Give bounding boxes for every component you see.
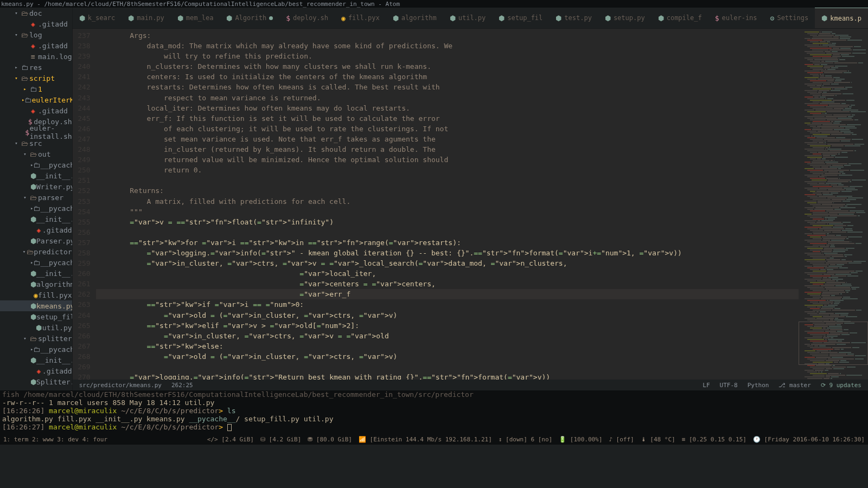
tab-compile-f[interactable]: ⬢compile_f <box>652 8 709 28</box>
py-icon: ⬢ <box>79 14 85 22</box>
tab-Algorith[interactable]: ⬢Algorith <box>220 8 279 28</box>
tree-item-Parser-py[interactable]: ⬢Parser.py <box>0 235 72 246</box>
statusbar-widget: 🌡 [48 °C] <box>641 436 675 443</box>
tree-item-eulerIterKmean-15-2[interactable]: ▸🗀eulerIterKmean_15_2 <box>0 94 72 105</box>
code-editor[interactable]: Args: data_mod: The matrix which may alr… <box>96 29 799 380</box>
statusbar-widget: ⛃ [80.0 GiB] <box>308 436 352 443</box>
tab-bar[interactable]: ⬢k_searc⬢main.py⬢mem_lea⬢Algorith$deploy… <box>73 8 868 29</box>
terminal-cursor <box>227 424 232 431</box>
tree-item-1[interactable]: ▸🗀1 <box>0 84 72 94</box>
status-updates[interactable]: ⟳ 9 updates <box>821 382 861 389</box>
tab-test-py[interactable]: ⬢test.py <box>549 8 598 28</box>
tree-item-out[interactable]: ▾🗁out <box>0 149 72 159</box>
statusbar-widget: 🔋 [100.00%] <box>559 436 602 443</box>
tree-item-script[interactable]: ▾🗁script <box>0 73 72 84</box>
tree-item--gitadd[interactable]: ◈.gitadd <box>0 40 72 51</box>
tab-algorithm[interactable]: ⬢algorithm <box>386 8 443 28</box>
tree-item---pycache--[interactable]: ▸🗀__pycache__ <box>0 257 72 268</box>
sh-icon: $ <box>286 14 290 22</box>
statusbar-widget: ≡ [0.25 0.15 0.15] <box>682 436 746 443</box>
tree-item---init---py[interactable]: ⬢__init__.py <box>0 170 72 181</box>
status-encoding[interactable]: UTF-8 <box>720 382 738 389</box>
terminal-line: algorithm.py fill.pyx __init__.py kmeans… <box>2 415 866 423</box>
tree-item-algorithm-py[interactable]: ⬢algorithm.py <box>0 279 72 290</box>
tab-euler-ins[interactable]: $euler-ins <box>709 8 764 28</box>
sh-icon: $ <box>715 14 719 22</box>
tree-item---init---py[interactable]: ⬢__init__.py <box>0 355 72 365</box>
tree-item---init---py[interactable]: ⬢__init__.py <box>0 268 72 279</box>
tree-item--gitadd[interactable]: ◈.gitadd <box>0 18 72 29</box>
tab-util-py[interactable]: ⬢util.py <box>443 8 493 28</box>
terminal-title: fish /home/marcel/cloud/ETH/8thSemesterF… <box>2 390 866 399</box>
tab-k-searc[interactable]: ⬢k_searc <box>73 8 122 28</box>
status-position[interactable]: 262:25 <box>171 382 193 389</box>
tree-item-kmeans-py[interactable]: ⬢kmeans.py <box>0 300 72 311</box>
py-icon: ⬢ <box>226 14 232 22</box>
tree-item--gitadd[interactable]: ◈.gitadd <box>0 105 72 116</box>
statusbar-widget: 🕐 [Friday 2016-06-10 16:26:30] <box>753 436 865 443</box>
status-bar: src/predictor/kmeans.py 262:25 LF UTF-8 … <box>73 380 868 390</box>
tree-item-Writer-py[interactable]: ⬢Writer.py <box>0 181 72 192</box>
terminal-line: -rw-r--r-- 1 marcel users 858 May 18 14:… <box>2 399 866 407</box>
py-icon: ⬢ <box>499 14 505 22</box>
tree-item---pycache--[interactable]: ▸🗀__pycache__ <box>0 159 72 170</box>
file-tree[interactable]: ▾🗁doc◈.gitadd▾🗁log◈.gitadd≡main.log▸🗀res… <box>0 8 73 390</box>
tree-item-euler-install-sh[interactable]: $euler-install.sh <box>0 127 72 138</box>
status-line-ending[interactable]: LF <box>703 382 710 389</box>
minimap[interactable] <box>799 29 868 380</box>
window-title: kmeans.py - /home/marcel/cloud/ETH/8thSe… <box>0 0 868 8</box>
py-icon: ⬢ <box>605 14 611 22</box>
py-icon: ⬢ <box>393 14 399 22</box>
terminal-line: [16:26:26] marcel@miraculix ~/c/E/8/C/b/… <box>2 407 866 415</box>
minimap-viewport[interactable] <box>799 322 868 365</box>
tree-item--gitadd[interactable]: ◈.gitadd <box>0 365 72 376</box>
py-icon: ⬢ <box>658 14 664 22</box>
py-icon: ⬢ <box>450 14 456 22</box>
tab-mem-lea[interactable]: ⬢mem_lea <box>171 8 220 28</box>
tree-item-doc[interactable]: ▾🗁doc <box>0 8 72 18</box>
status-git-branch[interactable]: ⎇ master <box>778 382 810 389</box>
cy-icon: ◉ <box>341 14 346 22</box>
tree-item---pycache--[interactable]: ▸🗀__pycache__ <box>0 203 72 214</box>
tree-item-setup-fill-py[interactable]: ⬢setup_fill.py <box>0 311 72 322</box>
tree-item-splitter[interactable]: ▾🗁splitter <box>0 333 72 344</box>
py-icon: ⬢ <box>177 14 183 22</box>
statusbar-widget: 📶 [Einstein 144.4 Mb/s 192.168.1.21] <box>359 436 492 443</box>
workspace-list[interactable]: 1: term 2: www 3: dev 4: four <box>3 436 107 443</box>
tree-item---pycache--[interactable]: ▸🗀__pycache__ <box>0 344 72 355</box>
modified-dot <box>269 16 273 20</box>
py-icon: ⬢ <box>556 14 561 22</box>
tab-deploy-sh[interactable]: $deploy.sh <box>279 8 335 28</box>
statusbar-widget: </> [2.4 GiB] <box>207 436 254 443</box>
tab-setup-py[interactable]: ⬢setup.py <box>598 8 652 28</box>
tree-item-fill-pyx[interactable]: ◉fill.pyx <box>0 290 72 300</box>
statusbar-widget: ⛁ [4.2 GiB] <box>260 436 301 443</box>
tree-item-Splitter-py[interactable]: ⬢Splitter.py <box>0 376 72 387</box>
tab-setup-fil[interactable]: ⬢setup_fil <box>492 8 549 28</box>
tree-item-res[interactable]: ▸🗀res <box>0 62 72 73</box>
py-icon: ⬢ <box>128 14 134 22</box>
status-language[interactable]: Python <box>748 382 769 389</box>
tab-Settings[interactable]: ⚙Settings <box>764 8 815 28</box>
tree-item-parser[interactable]: ▾🗁parser <box>0 192 72 203</box>
tree-item-predictor[interactable]: ▾🗁predictor <box>0 246 72 257</box>
tree-item-main-log[interactable]: ≡main.log <box>0 51 72 62</box>
terminal-panel[interactable]: fish /home/marcel/cloud/ETH/8thSemesterF… <box>0 390 868 434</box>
tree-item-util-py[interactable]: ⬢util.py <box>0 322 72 333</box>
terminal-line: [16:26:27] marcel@miraculix ~/c/E/8/C/b/… <box>2 423 866 431</box>
py-icon: ⬢ <box>821 14 827 22</box>
wm-status-bar: 1: term 2: www 3: dev 4: four </> [2.4 G… <box>0 434 868 445</box>
tab-kmeans-p[interactable]: ⬢kmeans.p <box>815 8 868 28</box>
statusbar-widget: ♪ [off] <box>609 436 634 443</box>
tree-item--gitadd[interactable]: ◈.gitadd <box>0 224 72 235</box>
tree-item-log[interactable]: ▾🗁log <box>0 29 72 40</box>
line-gutter: 237 238 239 240 241 242 243 244 245 246 … <box>73 29 96 380</box>
tree-item---init---py[interactable]: ⬢__init__.py <box>0 214 72 224</box>
tab-main-py[interactable]: ⬢main.py <box>122 8 171 28</box>
statusbar-widget: ↕ [down] 6 [no] <box>499 436 552 443</box>
tab-fill-pyx[interactable]: ◉fill.pyx <box>335 8 386 28</box>
status-path[interactable]: src/predictor/kmeans.py <box>79 382 162 389</box>
gear-icon: ⚙ <box>770 14 775 22</box>
